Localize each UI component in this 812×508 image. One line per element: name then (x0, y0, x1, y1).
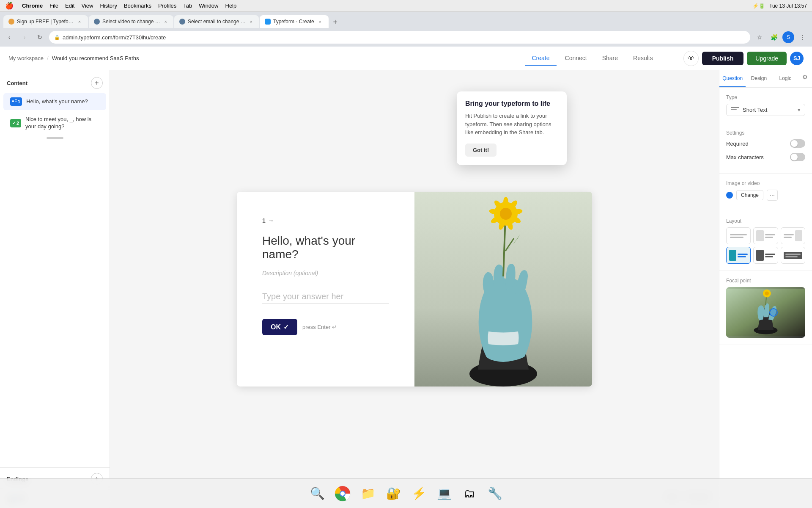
dock-finder[interactable]: 🔍 (306, 483, 328, 505)
tab-2[interactable]: Select video to change | Djang... × (89, 15, 173, 28)
layout-option-4[interactable] (726, 247, 751, 264)
url-text: admin.typeform.com/form/z7T30lhu/create (63, 34, 166, 41)
menu-bookmarks[interactable]: Bookmarks (124, 3, 151, 9)
scroll-indicator (0, 135, 110, 141)
answer-input[interactable]: Type your answer her (262, 292, 389, 304)
svg-point-27 (340, 491, 345, 496)
dock-tools[interactable]: 🔧 (484, 483, 506, 505)
menu-file[interactable]: File (49, 3, 58, 9)
short-text-icon (731, 107, 739, 113)
layout-option-6[interactable] (781, 247, 805, 264)
forward-button[interactable]: › (19, 31, 30, 43)
change-image-button[interactable]: Change (736, 190, 763, 200)
app-header: My workspace / Would you recommend SaaS … (0, 47, 812, 70)
menu-edit[interactable]: Edit (65, 3, 74, 9)
refresh-button[interactable]: ↻ (34, 31, 46, 43)
menubar-right: ⚡🔋 Tue 13 Jul 13:57 (752, 3, 807, 9)
tab-results[interactable]: Results (626, 51, 660, 66)
layout-option-1[interactable] (726, 227, 751, 244)
time-display: Tue 13 Jul 13:57 (769, 3, 807, 9)
content-label: Content (7, 80, 27, 86)
new-tab-button[interactable]: + (329, 16, 341, 28)
svg-rect-2 (15, 99, 17, 100)
form-left: 1 → Hello, what's your name? Description… (237, 192, 414, 387)
tab-connect[interactable]: Connect (558, 51, 594, 66)
item-badge-1: 1 (10, 97, 22, 106)
panel-gear-button[interactable]: ⚙ (798, 70, 812, 84)
focal-point-image[interactable] (726, 287, 805, 338)
ok-button[interactable]: OK ✓ (262, 319, 297, 335)
layout-options (726, 227, 805, 264)
max-characters-toggle[interactable] (790, 153, 805, 161)
tab-close-1[interactable]: × (76, 18, 83, 25)
sidebar-item-2[interactable]: ✓ 2 Nice to meet you, _, how is your day… (3, 112, 106, 135)
back-button[interactable]: ‹ (3, 31, 15, 43)
layout-option-2[interactable] (753, 227, 778, 244)
focal-point-dot[interactable] (769, 308, 778, 317)
tab-share[interactable]: Share (595, 51, 625, 66)
image-video-section: Image or video Change ··· (719, 174, 812, 211)
publish-button[interactable]: Publish (702, 52, 744, 65)
type-selector[interactable]: Short Text ▾ (726, 104, 805, 116)
form-title: Would you recommend SaaS Paths (52, 55, 139, 61)
upgrade-button[interactable]: Upgrade (747, 52, 787, 65)
menu-help[interactable]: Help (225, 3, 237, 9)
got-it-button[interactable]: Got it! (465, 144, 497, 157)
tab-1[interactable]: Sign up FREE | Typeform × (3, 15, 88, 28)
form-image (414, 192, 592, 387)
user-avatar[interactable]: SJ (790, 52, 804, 65)
more-options-button[interactable]: ··· (767, 190, 778, 201)
tab-3[interactable]: Select email to change | Djang... × (174, 15, 259, 28)
dock-terminal[interactable]: 💻 (433, 483, 455, 505)
tab-close-3[interactable]: × (248, 18, 254, 25)
preview-button[interactable]: 👁 (683, 51, 699, 66)
dock-organizer[interactable]: 🗂 (458, 483, 480, 505)
tab-design[interactable]: Design (746, 70, 772, 87)
canvas-area: 1 → Hello, what's your name? Description… (110, 70, 719, 508)
tab-close-2[interactable]: × (163, 18, 168, 25)
tab-logic[interactable]: Logic (772, 70, 798, 87)
dock-security[interactable]: 🔐 (382, 483, 404, 505)
browser-actions: ☆ 🧩 S ⋮ (754, 31, 809, 43)
focal-point-label: Focal point (726, 278, 805, 284)
tooltip-body: Hit Publish to create a link to your typ… (465, 112, 558, 137)
workspace-link[interactable]: My workspace (8, 55, 44, 61)
chrome-icon (334, 485, 351, 502)
tab-question[interactable]: Question (719, 70, 746, 87)
svg-point-10 (500, 208, 512, 220)
tab-close-4[interactable]: × (317, 18, 324, 25)
breadcrumb-separator: / (47, 55, 49, 61)
profile-button[interactable]: S (782, 31, 794, 43)
svg-point-11 (503, 197, 508, 207)
dock-chrome[interactable] (332, 483, 354, 505)
apple-menu[interactable]: 🍎 (5, 2, 14, 10)
menu-button[interactable]: ⋮ (797, 31, 809, 43)
tab-create[interactable]: Create (525, 51, 557, 66)
dock-power[interactable]: ⚡ (408, 483, 430, 505)
tab-favicon-2 (94, 19, 100, 25)
settings-section: Settings Required Max characters (719, 123, 812, 174)
dock-files[interactable]: 📁 (357, 483, 379, 505)
required-toggle[interactable] (790, 139, 805, 148)
menu-tab[interactable]: Tab (183, 3, 192, 9)
menu-window[interactable]: Window (199, 3, 218, 9)
layout-option-5[interactable] (753, 247, 778, 264)
add-content-button[interactable]: + (91, 77, 103, 89)
address-bar: ‹ › ↻ 🔒 admin.typeform.com/form/z7T30lhu… (0, 28, 812, 47)
bookmark-button[interactable]: ☆ (754, 31, 765, 43)
type-section: Type Short Text ▾ (719, 88, 812, 123)
menu-history[interactable]: History (100, 3, 117, 9)
lock-icon: 🔒 (54, 35, 60, 40)
layout-label: Layout (726, 218, 805, 224)
menubar: 🍎 Chrome File Edit View History Bookmark… (0, 0, 812, 12)
url-bar[interactable]: 🔒 admin.typeform.com/form/z7T30lhu/creat… (49, 31, 750, 44)
menu-view[interactable]: View (81, 3, 93, 9)
layout-option-3[interactable] (781, 227, 805, 244)
svg-rect-3 (15, 101, 17, 102)
extensions-button[interactable]: 🧩 (768, 31, 780, 43)
item-badge-2: ✓ 2 (10, 119, 21, 127)
menu-profiles[interactable]: Profiles (158, 3, 176, 9)
sidebar-item-1[interactable]: 1 Hello, what's your name? (3, 93, 106, 110)
tab-4[interactable]: Typeform - Create × (260, 15, 329, 28)
menu-chrome[interactable]: Chrome (22, 3, 43, 9)
